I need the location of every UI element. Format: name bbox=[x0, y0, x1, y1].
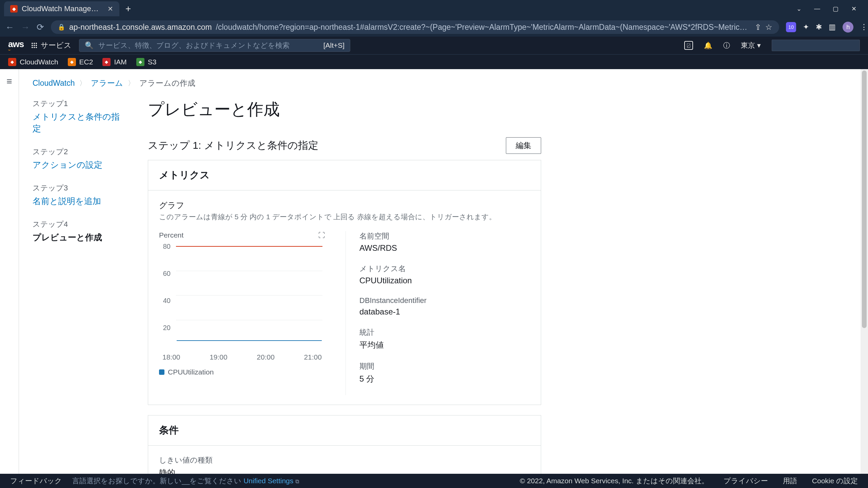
reload-button[interactable]: ⟳ bbox=[37, 22, 44, 33]
wizard-step-3[interactable]: ステップ3 名前と説明を追加 bbox=[33, 183, 121, 207]
chart-area: 80 60 40 20 bbox=[173, 243, 325, 351]
x-tick: 18:00 bbox=[162, 353, 180, 361]
main: ≡ CloudWatch 〉 アラーム 〉 アラームの作成 ステップ1 メトリク… bbox=[0, 69, 868, 474]
breadcrumb-root[interactable]: CloudWatch bbox=[33, 79, 75, 88]
extension-icon[interactable]: ✦ bbox=[803, 23, 809, 32]
region-selector[interactable]: 東京 ▾ bbox=[741, 41, 761, 50]
metric-details: 名前空間 AWS/RDS メトリクス名 CPUUtilization DBIns… bbox=[346, 231, 530, 395]
tab-title: CloudWatch Management Cons bbox=[22, 4, 103, 13]
aws-logo[interactable]: aws⌣ bbox=[8, 39, 24, 52]
feedback-link[interactable]: フィードバック bbox=[10, 476, 62, 486]
close-icon[interactable]: ✕ bbox=[107, 5, 113, 13]
svc-cloudwatch[interactable]: ◆CloudWatch bbox=[8, 58, 58, 66]
metrics-panel-title: メトリクス bbox=[148, 160, 541, 190]
svc-iam[interactable]: ◆IAM bbox=[102, 58, 126, 66]
metrics-panel: メトリクス グラフ このアラームは青線が 5 分 内の 1 データポイントで 上… bbox=[148, 160, 541, 405]
chart-column: Percent ⛶ 80 60 40 20 bbox=[159, 231, 325, 395]
graph-description: このアラームは青線が 5 分 内の 1 データポイントで 上回る 赤線を超える場… bbox=[159, 212, 530, 222]
aws-top-nav: aws⌣ サービス 🔍 サービス、特徴、ブログ、およびドキュメントなどを検索 [… bbox=[0, 37, 868, 54]
help-icon[interactable]: ⓘ bbox=[723, 41, 730, 50]
conditions-panel: 条件 しきい値の種類 静的 bbox=[148, 415, 541, 474]
expand-icon[interactable]: ⛶ bbox=[318, 231, 325, 239]
url-input[interactable]: 🔒 ap-northeast-1.console.aws.amazon.com … bbox=[51, 20, 779, 34]
new-tab-button[interactable]: + bbox=[125, 3, 131, 14]
x-tick: 21:00 bbox=[304, 353, 322, 361]
scrollbar[interactable] bbox=[861, 69, 868, 474]
tab-bar: ◆ CloudWatch Management Cons ✕ + ⌄ ― ▢ ✕ bbox=[0, 0, 868, 18]
wizard-step-2[interactable]: ステップ2 アクションの設定 bbox=[33, 147, 121, 171]
window-controls: ⌄ ― ▢ ✕ bbox=[795, 5, 868, 13]
browser-tab[interactable]: ◆ CloudWatch Management Cons ✕ bbox=[4, 1, 119, 16]
chevron-right-icon: 〉 bbox=[79, 79, 86, 88]
step-title: 名前と説明を追加 bbox=[33, 195, 121, 207]
menu-icon[interactable]: ⋮ bbox=[860, 23, 868, 32]
extension-badge[interactable]: 10 bbox=[786, 22, 796, 32]
threshold-type-value: 静的 bbox=[159, 467, 530, 474]
svc-label: IAM bbox=[114, 58, 126, 66]
content: CloudWatch 〉 アラーム 〉 アラームの作成 ステップ1 メトリクスと… bbox=[19, 69, 861, 474]
x-axis-labels: 18:00 19:00 20:00 21:00 bbox=[159, 353, 325, 361]
url-path: /cloudwatch/home?region=ap-northeast-1#a… bbox=[216, 23, 751, 32]
wizard-step-1[interactable]: ステップ1 メトリクスと条件の指定 bbox=[33, 99, 121, 135]
chart-legend: CPUUtilization bbox=[159, 368, 325, 376]
x-tick: 20:00 bbox=[257, 353, 275, 361]
wizard-steps: ステップ1 メトリクスと条件の指定 ステップ2 アクションの設定 ステップ3 名… bbox=[33, 99, 121, 474]
cookie-link[interactable]: Cookie の設定 bbox=[812, 476, 858, 486]
threshold-line bbox=[176, 246, 322, 247]
privacy-link[interactable]: プライバシー bbox=[724, 476, 768, 486]
ec2-icon: ◆ bbox=[68, 58, 76, 66]
external-link-icon: ⧉ bbox=[295, 479, 299, 484]
svc-s3[interactable]: ◆S3 bbox=[136, 58, 157, 66]
unified-settings-link[interactable]: Unified Settings bbox=[243, 477, 293, 485]
edit-button[interactable]: 編集 bbox=[506, 137, 541, 154]
s3-icon: ◆ bbox=[136, 58, 144, 66]
star-icon[interactable]: ☆ bbox=[765, 23, 772, 32]
cloudshell-icon[interactable]: ⍁ bbox=[684, 41, 693, 50]
period-value: 5 分 bbox=[359, 373, 530, 384]
back-button[interactable]: ← bbox=[5, 22, 14, 33]
close-window-icon[interactable]: ✕ bbox=[850, 5, 858, 13]
sidepanel-icon[interactable]: ▥ bbox=[829, 23, 836, 32]
services-button[interactable]: サービス bbox=[31, 40, 72, 50]
breadcrumb-mid[interactable]: アラーム bbox=[91, 78, 123, 88]
account-menu[interactable] bbox=[772, 40, 860, 51]
step-label: ステップ2 bbox=[33, 147, 121, 157]
lang-hint: 言語選択をお探しですか。新しい__をご覧ください bbox=[72, 477, 241, 485]
threshold-type-label: しきい値の種類 bbox=[159, 455, 530, 465]
preview-pane: プレビューと作成 ステップ 1: メトリクスと条件の指定 編集 メトリクス グラ… bbox=[148, 99, 541, 474]
legend-swatch bbox=[159, 369, 164, 375]
y-axis-labels: 80 60 40 20 bbox=[159, 243, 171, 351]
step-title: アクションの設定 bbox=[33, 159, 121, 171]
x-tick: 19:00 bbox=[210, 353, 228, 361]
chevron-down-icon[interactable]: ⌄ bbox=[795, 5, 803, 13]
graph-label: グラフ bbox=[159, 200, 530, 211]
avatar[interactable]: h bbox=[843, 22, 853, 33]
scrollbar-thumb[interactable] bbox=[862, 70, 867, 328]
svc-ec2[interactable]: ◆EC2 bbox=[68, 58, 93, 66]
step-label: ステップ3 bbox=[33, 183, 121, 193]
wizard-step-4[interactable]: ステップ4 プレビューと作成 bbox=[33, 219, 121, 243]
chart-ylabel: Percent bbox=[159, 231, 183, 239]
maximize-icon[interactable]: ▢ bbox=[831, 5, 840, 13]
lock-icon: 🔒 bbox=[58, 23, 65, 31]
minimize-icon[interactable]: ― bbox=[813, 5, 821, 13]
notifications-icon[interactable]: 🔔 bbox=[704, 41, 712, 49]
aws-search-input[interactable]: 🔍 サービス、特徴、ブログ、およびドキュメントなどを検索 [Alt+S] bbox=[79, 39, 350, 52]
favicon-icon: ◆ bbox=[10, 5, 18, 13]
svc-label: EC2 bbox=[79, 58, 93, 66]
terms-link[interactable]: 用語 bbox=[783, 476, 797, 486]
namespace-label: 名前空間 bbox=[359, 231, 530, 241]
dimension-label: DBInstanceIdentifier bbox=[359, 296, 530, 305]
copyright: © 2022, Amazon Web Services, Inc. またはその関… bbox=[520, 476, 709, 486]
grid-icon bbox=[31, 42, 37, 48]
step1-heading: ステップ 1: メトリクスと条件の指定 bbox=[148, 139, 318, 152]
forward-button[interactable]: → bbox=[21, 22, 30, 33]
step-label: ステップ1 bbox=[33, 99, 121, 109]
legend-label: CPUUtilization bbox=[168, 368, 214, 376]
browser-chrome: ◆ CloudWatch Management Cons ✕ + ⌄ ― ▢ ✕… bbox=[0, 0, 868, 37]
url-host: ap-northeast-1.console.aws.amazon.com bbox=[69, 23, 212, 32]
share-icon[interactable]: ⇪ bbox=[755, 23, 761, 32]
sidebar-toggle[interactable]: ≡ bbox=[0, 69, 19, 474]
conditions-panel-title: 条件 bbox=[148, 415, 541, 445]
extensions-icon[interactable]: ✱ bbox=[816, 23, 822, 32]
